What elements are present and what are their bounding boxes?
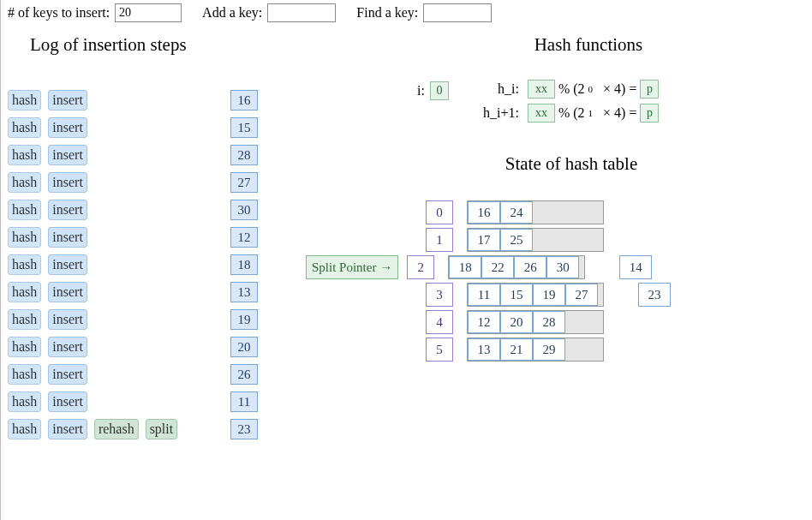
log-tag-rehash: rehash [94, 419, 139, 439]
bucket-cell: 19 [533, 284, 565, 306]
bucket-cell: 26 [514, 256, 546, 278]
bucket-index: 4 [426, 310, 453, 334]
bucket-cell: 21 [500, 338, 533, 361]
hashfn-xx-box: xx [528, 80, 555, 99]
log-row: hashinsert19 [8, 309, 299, 330]
bucket-cell: 30 [546, 256, 579, 278]
log-tag-insert: insert [48, 90, 87, 111]
bucket-cell: 25 [500, 229, 533, 251]
log-row: hashinsert12 [8, 227, 299, 248]
bucket-index: 1 [426, 228, 453, 252]
hashfn-pct: % (2 [558, 105, 585, 121]
log-tag-insert: insert [48, 337, 87, 357]
top-controls: # of keys to insert: Add a key: Find a k… [8, 3, 805, 22]
log-tag-insert: insert [48, 145, 87, 165]
bucket-row: 11725 [306, 226, 805, 254]
hashfn-mult: × 4) = [596, 81, 636, 97]
log-value-box: 26 [230, 364, 258, 385]
log-tag-hash: hash [8, 254, 41, 275]
log-value-box: 11 [230, 391, 258, 412]
hashfn-row: h_i+1:xx % (21 × 4) =p [475, 104, 805, 123]
log-tag-insert: insert [48, 364, 87, 385]
log-value-box: 15 [230, 117, 258, 138]
log-list: hashinsert16hashinsert15hashinsert28hash… [8, 90, 299, 439]
add-key-label: Add a key: [202, 5, 262, 21]
find-key-input[interactable] [423, 3, 492, 22]
bucket-row: 01624 [306, 199, 805, 226]
i-value-box: 0 [430, 81, 449, 100]
log-value-box: 13 [230, 282, 258, 302]
bucket-cell: 13 [468, 338, 500, 361]
log-tag-insert: insert [48, 391, 87, 412]
log-tag-insert: insert [48, 172, 87, 193]
log-tag-hash: hash [8, 145, 41, 165]
hashfns-heading: Hash functions [477, 34, 700, 56]
bucket-cell: 17 [468, 229, 500, 251]
bucket-cell: 15 [500, 284, 533, 306]
log-tag-insert: insert [48, 254, 87, 275]
bucket-primary: 11151927 [467, 283, 604, 307]
bucket-cell: 22 [481, 256, 514, 278]
hashfn-label: h_i+1: [475, 105, 519, 121]
log-value-box: 18 [230, 254, 258, 275]
bucket-primary: 1624 [467, 200, 604, 224]
bucket-cell: 12 [468, 311, 500, 333]
bucket-cell: 11 [468, 284, 500, 306]
log-row: hashinsert20 [8, 337, 299, 357]
bucket-cell: 18 [449, 256, 481, 278]
log-tag-insert: insert [48, 227, 87, 248]
bucket-index: 5 [426, 338, 453, 362]
log-value-box: 16 [230, 90, 258, 111]
log-tag-hash: hash [8, 200, 41, 220]
hashfn-xx-box: xx [528, 104, 555, 123]
i-label: i: [417, 83, 425, 99]
log-heading: Log of insertion steps [8, 34, 299, 56]
log-row: hashinsertrehashsplit23 [8, 419, 299, 439]
hashfn-pct: % (2 [558, 81, 585, 97]
bucket-row: Split Pointer →21822263014 [306, 254, 805, 281]
log-row: hashinsert16 [8, 90, 299, 111]
overflow-cell: 14 [619, 255, 652, 279]
bucket-cell: 24 [500, 201, 533, 224]
hash-table: 0162411725Split Pointer →218222630143111… [306, 199, 805, 363]
log-row: hashinsert27 [8, 172, 299, 193]
bucket-cell: 20 [500, 311, 533, 333]
log-value-box: 12 [230, 227, 258, 248]
log-row: hashinsert18 [8, 254, 299, 275]
hash-functions-area: Hash functions i: 0 h_i:xx % (20 × 4) =p… [306, 34, 805, 128]
bucket-cell: 16 [468, 201, 500, 224]
log-column: Log of insertion steps hashinsert16hashi… [8, 34, 299, 446]
log-tag-hash: hash [8, 90, 41, 111]
split-pointer: Split Pointer → [306, 255, 398, 279]
log-tag-hash: hash [8, 282, 41, 302]
keys-count-label: # of keys to insert: [8, 5, 110, 21]
log-value-box: 20 [230, 337, 258, 357]
bucket-row: 31115192723 [306, 281, 805, 308]
log-tag-split: split [146, 419, 178, 439]
log-value-box: 23 [230, 419, 258, 439]
add-key-input[interactable] [267, 3, 336, 22]
right-column: Hash functions i: 0 h_i:xx % (20 × 4) =p… [306, 34, 805, 363]
bucket-index: 3 [426, 283, 453, 307]
log-tag-insert: insert [48, 282, 87, 302]
log-row: hashinsert26 [8, 364, 299, 385]
log-row: hashinsert30 [8, 200, 299, 220]
bucket-row: 5132129 [306, 336, 805, 363]
log-row: hashinsert13 [8, 282, 299, 302]
hashfn-label: h_i: [475, 81, 519, 97]
log-tag-insert: insert [48, 309, 87, 330]
log-row: hashinsert28 [8, 145, 299, 165]
bucket-index: 0 [426, 200, 453, 224]
bucket-cell: 28 [533, 311, 565, 333]
log-value-box: 28 [230, 145, 258, 165]
log-row: hashinsert15 [8, 117, 299, 138]
bucket-cell: 27 [565, 284, 598, 306]
hashfn-rows: h_i:xx % (20 × 4) =ph_i+1:xx % (21 × 4) … [475, 80, 805, 128]
bucket-row: 4122028 [306, 308, 805, 336]
log-tag-hash: hash [8, 172, 41, 193]
keys-count-input[interactable] [115, 3, 182, 22]
log-tag-hash: hash [8, 391, 41, 412]
log-tag-hash: hash [8, 309, 41, 330]
log-tag-insert: insert [48, 117, 87, 138]
log-tag-insert: insert [48, 200, 87, 220]
